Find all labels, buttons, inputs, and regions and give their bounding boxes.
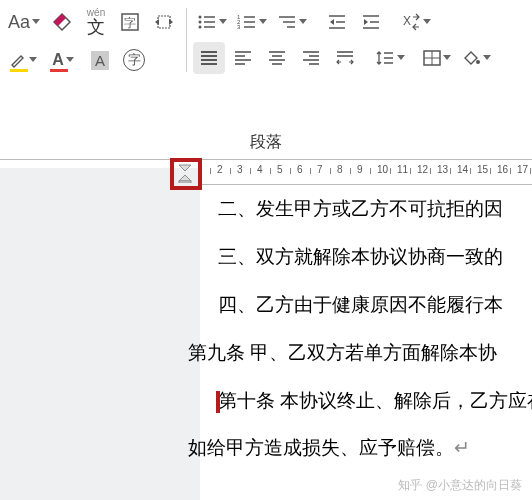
paragraph-group-label: 段落	[0, 124, 532, 159]
chevron-down-icon	[423, 19, 431, 25]
text-direction-icon: X	[401, 13, 421, 31]
align-right-icon	[302, 50, 320, 66]
font-case-button[interactable]: Aa	[4, 6, 44, 38]
char-border-button[interactable]: 字	[114, 6, 146, 38]
enclose-chars-button[interactable]: 字	[118, 44, 150, 76]
increase-indent-button[interactable]	[355, 6, 387, 38]
doc-line[interactable]: 第十条 本协议终止、解除后，乙方应在	[218, 389, 532, 415]
svg-text:字: 字	[124, 16, 136, 30]
align-justify-button[interactable]	[193, 42, 225, 74]
font-color-button[interactable]: A	[44, 44, 82, 76]
doc-line[interactable]: 如给甲方造成损失、应予赔偿。↵	[188, 436, 532, 462]
align-right-button[interactable]	[295, 42, 327, 74]
char-shading-label: A	[91, 51, 109, 70]
highlighter-icon	[9, 51, 27, 69]
svg-rect-2	[158, 16, 170, 28]
highlight-color-button[interactable]	[4, 44, 42, 76]
chevron-down-icon	[443, 55, 451, 61]
clear-format-button[interactable]	[46, 6, 78, 38]
svg-point-3	[199, 16, 202, 19]
numbered-list-icon: 123	[237, 13, 257, 31]
range-button[interactable]	[148, 6, 180, 38]
align-distribute-button[interactable]	[329, 42, 361, 74]
decrease-indent-icon	[327, 13, 347, 31]
phonetic-guide-button[interactable]: wén 文	[80, 6, 112, 38]
chevron-down-icon	[483, 55, 491, 61]
wen-icon: wén 文	[87, 8, 105, 36]
toolbar-separator	[186, 8, 187, 72]
watermark: 知乎 @小意达的向日葵	[398, 477, 522, 494]
doc-line[interactable]: 三、双方就解除本协议协商一致的	[218, 245, 532, 271]
char-border-icon: 字	[120, 12, 140, 32]
chevron-down-icon	[259, 19, 267, 25]
bullet-list-button[interactable]	[193, 6, 231, 38]
increase-indent-icon	[361, 13, 381, 31]
numbered-list-button[interactable]: 123	[233, 6, 271, 38]
chevron-down-icon	[397, 55, 405, 61]
enclose-icon: 字	[123, 49, 145, 71]
font-case-label: Aa	[8, 12, 30, 33]
align-justify-icon	[200, 50, 218, 66]
multilevel-list-icon	[277, 13, 297, 31]
char-shading-button[interactable]: A	[84, 44, 116, 76]
svg-point-49	[476, 60, 480, 64]
font-color-letter: A	[52, 51, 64, 69]
svg-text:3: 3	[237, 24, 241, 30]
text-cursor	[216, 391, 220, 413]
align-center-button[interactable]	[261, 42, 293, 74]
line-spacing-icon	[375, 49, 395, 67]
doc-line[interactable]: 四、乙方由于健康原因不能履行本	[218, 293, 532, 319]
bullet-list-icon	[197, 13, 217, 31]
chevron-down-icon	[29, 57, 37, 63]
doc-line[interactable]: 二、发生甲方或乙方不可抗拒的因	[218, 197, 532, 223]
borders-button[interactable]	[419, 42, 455, 74]
align-left-icon	[234, 50, 252, 66]
align-left-button[interactable]	[227, 42, 259, 74]
svg-point-7	[199, 26, 202, 29]
chevron-down-icon	[299, 19, 307, 25]
document-body[interactable]: 二、发生甲方或乙方不可抗拒的因 三、双方就解除本协议协商一致的 四、乙方由于健康…	[0, 185, 532, 462]
borders-icon	[423, 50, 441, 66]
chevron-down-icon	[219, 19, 227, 25]
doc-line[interactable]: 第九条 甲、乙双方若单方面解除本协	[188, 341, 532, 367]
text-direction-button[interactable]: X	[397, 6, 435, 38]
highlight-color-swatch	[10, 69, 28, 72]
align-center-icon	[268, 50, 286, 66]
align-distribute-icon	[336, 50, 354, 66]
svg-point-5	[199, 21, 202, 24]
chevron-down-icon	[66, 57, 74, 63]
font-color-swatch	[50, 69, 68, 72]
eraser-diamond-icon	[51, 11, 73, 33]
line-spacing-button[interactable]	[371, 42, 409, 74]
multilevel-list-button[interactable]	[273, 6, 311, 38]
decrease-indent-button[interactable]	[321, 6, 353, 38]
range-arrows-icon	[153, 11, 175, 33]
paint-bucket-icon	[461, 49, 481, 67]
svg-text:X: X	[403, 14, 411, 28]
chevron-down-icon	[32, 19, 40, 25]
indent-marker-highlight	[170, 158, 202, 190]
shading-button[interactable]	[457, 42, 495, 74]
